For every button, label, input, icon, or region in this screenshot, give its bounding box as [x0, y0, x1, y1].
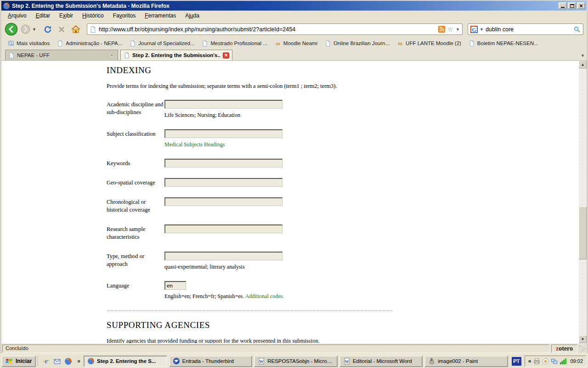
task-label: Step 2. Entering the S... [97, 358, 156, 364]
firefox-icon [3, 2, 10, 10]
menu-ajuda[interactable]: Ajuda [181, 11, 204, 20]
bookmark-mais-visitados[interactable]: Mais visitados [4, 39, 53, 47]
research-sample-characteristics-input[interactable] [164, 224, 283, 233]
additional-codes-link[interactable]: Additional codes. [245, 293, 284, 299]
task-editorial-microsoft-word[interactable]: WEditorial - Microsoft Word [339, 356, 423, 367]
form-field [164, 159, 283, 167]
browser-window: Step 2. Entering the Submission's Metada… [0, 0, 588, 354]
language-input[interactable]: en [164, 281, 186, 290]
bookmark-journal-of-specialized[interactable]: Journal of Specialized... [126, 39, 198, 47]
firefox-icon[interactable] [64, 357, 72, 365]
outlook-icon[interactable] [53, 357, 61, 365]
messenger-icon[interactable] [542, 358, 549, 365]
bookmark-uff-lante-moodle-2[interactable]: mUFF LANTE Moodle (2) [393, 39, 465, 47]
geo-spatial-coverage-input[interactable] [164, 178, 283, 187]
windows-logo-icon [6, 357, 14, 365]
tray-chevron-icon[interactable]: « [528, 358, 531, 364]
forward-button[interactable] [20, 24, 31, 34]
close-button[interactable]: × [577, 2, 585, 9]
status-text: Concluído [2, 345, 550, 353]
form-row: Subject classificationMedical Subjects H… [107, 129, 579, 148]
history-dropdown-icon[interactable]: ▼ [32, 27, 36, 32]
start-button[interactable]: Iniciar [1, 356, 36, 367]
zotero-logo-rest: otero [559, 345, 573, 352]
bookmark-moodle-neami[interactable]: mMoodle Neami [271, 39, 321, 47]
tab-close-icon[interactable]: ✕ [108, 52, 115, 58]
menu-arquivo[interactable]: Arquivo [3, 11, 31, 20]
form-field: Medical Subjects Headings [164, 129, 283, 148]
tab-close-icon[interactable]: ✕ [223, 52, 229, 58]
section-heading-indexing: INDEXING [107, 65, 579, 75]
scroll-up-button[interactable]: ▲ [579, 61, 587, 69]
page-content: INDEXINGProvide terms for indexing the s… [1, 61, 579, 343]
navigation-toolbar: ▼ × http://www.uff.br/objnursing/index.p… [1, 21, 587, 38]
bookmark-label: Administração - NEPA... [66, 40, 122, 46]
bookmarks-toolbar: Mais visitadosAdministração - NEPA...Jou… [1, 38, 587, 49]
tab-list-dropdown-icon[interactable]: ▼ [581, 53, 585, 58]
scrollbar-thumb[interactable] [579, 207, 587, 259]
tab-label: Step 2. Entering the Submission's... [132, 52, 220, 58]
search-input[interactable]: dublin core [486, 26, 571, 33]
task-step-2-entering-the-s[interactable]: Step 2. Entering the S... [84, 356, 167, 367]
menu-hist-rico[interactable]: Histórico [78, 11, 108, 20]
academic-discipline-and-sub-disciplines-input[interactable] [164, 100, 283, 109]
refresh-button[interactable] [43, 25, 52, 34]
bookmark-boletim-nepae-nesen[interactable]: Boletim NEPAE-NESEN... [465, 39, 542, 47]
rss-icon[interactable] [438, 26, 445, 33]
search-magnifier-icon[interactable] [573, 26, 581, 33]
quick-launch: e [40, 357, 74, 365]
chronological-or-historical-coverage-input[interactable] [164, 197, 283, 206]
minimize-button[interactable] [559, 2, 567, 9]
search-engine-dropdown-icon[interactable]: ▼ [480, 27, 484, 32]
quicklaunch-chevron-icon[interactable]: » [76, 358, 82, 364]
url-input[interactable]: http://www.uff.br/objnursing/index.php/n… [99, 26, 436, 33]
page-icon [90, 26, 96, 33]
stop-button[interactable]: × [58, 25, 65, 34]
task-image002-paint[interactable]: image002 - Paint [424, 356, 508, 367]
scroll-down-button[interactable]: ▼ [579, 335, 587, 343]
bookmark-mestrado-profissional[interactable]: Mestrado Profissional ... [198, 39, 271, 47]
menu-favoritos[interactable]: Favoritos [108, 11, 140, 20]
vertical-scrollbar[interactable]: ▲ ▼ [579, 61, 587, 343]
back-button[interactable] [5, 23, 18, 36]
maximize-button[interactable] [568, 2, 576, 9]
signal-icon[interactable] [560, 358, 566, 365]
svg-text:W: W [260, 359, 264, 364]
form-row: Geo-spatial coverage [107, 178, 579, 187]
bookmark-star-icon[interactable]: ☆ [447, 26, 453, 33]
section-intro: Provide terms for indexing the submissio… [107, 83, 579, 90]
resize-grip-icon[interactable] [579, 345, 586, 352]
task-respostasobjn-micros[interactable]: WRESPOSTASobjn - Micros... [254, 356, 338, 367]
paint-icon [428, 357, 435, 365]
menu-editar[interactable]: Editar [31, 11, 55, 20]
bookmark-administra-o-nepa[interactable]: Administração - NEPA... [53, 39, 126, 47]
status-bar: Concluído zotero [1, 343, 587, 354]
firefox-icon [87, 357, 95, 365]
url-dropdown-icon[interactable]: ▼ [456, 27, 460, 32]
taskbar-clock: 09:02 [570, 358, 583, 364]
subject-classification-input[interactable] [164, 129, 283, 138]
keywords-label: Keywords [107, 159, 164, 167]
search-box[interactable]: G ▼ dublin core [468, 23, 583, 35]
tab-nepae-uff[interactable]: NEPAE - UFF✕ [5, 50, 118, 60]
keywords-input[interactable] [164, 159, 283, 167]
form-field [164, 178, 283, 187]
menu-exibir[interactable]: Exibir [55, 11, 78, 20]
form-field [164, 197, 283, 214]
type-method-or-approach-input[interactable] [164, 252, 283, 260]
zotero-button[interactable]: zotero [551, 345, 577, 353]
printer-icon[interactable] [533, 358, 540, 365]
network-icon[interactable] [551, 358, 558, 365]
ie-icon[interactable]: e [42, 357, 50, 365]
home-button[interactable] [71, 24, 81, 34]
url-bar[interactable]: http://www.uff.br/objnursing/index.php/n… [87, 23, 463, 35]
menu-ferramentas[interactable]: Ferramentas [140, 11, 181, 20]
page-icon [124, 52, 130, 58]
language-indicator[interactable]: PT [512, 357, 521, 366]
bookmark-online-brazilian-journ[interactable]: Online Brazilian Journ... [321, 39, 393, 47]
scrollbar-track[interactable] [579, 69, 587, 335]
task-entrada-thunderbird[interactable]: Entrada - Thunderbird [169, 356, 253, 367]
medical-subjects-headings-link[interactable]: Medical Subjects Headings [164, 141, 225, 148]
google-logo-icon[interactable]: G [470, 26, 478, 33]
tab-step-2-entering-the-submission-s[interactable]: Step 2. Entering the Submission's...✕ [120, 50, 232, 60]
